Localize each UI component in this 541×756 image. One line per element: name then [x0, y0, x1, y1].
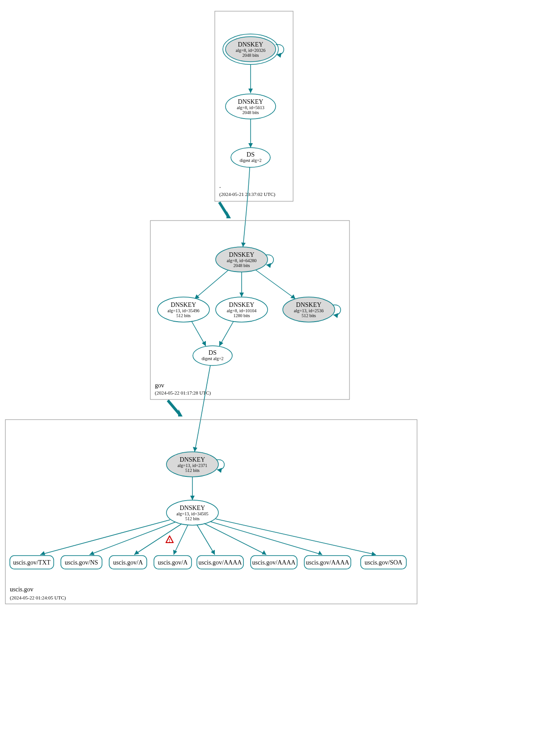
- svg-text:alg=13, id=2371: alg=13, id=2371: [178, 463, 207, 468]
- edge-gov-to-uscis-zone: [168, 400, 180, 415]
- svg-marker-43: [178, 409, 183, 416]
- svg-text:uscis.gov/AAAA: uscis.gov/AAAA: [252, 559, 296, 566]
- svg-text:alg=8, id=64280: alg=8, id=64280: [227, 258, 256, 263]
- rrset-r4: uscis.gov/AAAA: [197, 556, 243, 569]
- zone-root-label: .: [219, 183, 221, 189]
- node-uscis-ksk: DNSKEY alg=13, id=2371 512 bits: [166, 452, 224, 477]
- edge-zsk-to-r4: [197, 525, 215, 555]
- svg-text:DNSKEY: DNSKEY: [229, 251, 255, 258]
- warning-icon: !: [166, 536, 173, 543]
- svg-text:DNSKEY: DNSKEY: [238, 98, 264, 105]
- svg-marker-23: [239, 293, 244, 297]
- svg-text:DS: DS: [209, 349, 217, 356]
- edge-root-ds-to-gov-ksk: [243, 167, 250, 247]
- edge-gov-ksk-to-k3: [256, 270, 295, 299]
- svg-text:512 bits: 512 bits: [185, 516, 200, 521]
- svg-text:512 bits: 512 bits: [185, 468, 200, 473]
- node-root-ksk: DNSKEY alg=8, id=20326 2048 bits: [223, 34, 284, 64]
- svg-text:alg=13, id=2536: alg=13, id=2536: [294, 308, 324, 313]
- svg-marker-11: [248, 143, 253, 148]
- zone-uscis-label: uscis.gov: [10, 586, 34, 593]
- svg-text:uscis.gov/A: uscis.gov/A: [113, 559, 143, 566]
- node-gov-k3: DNSKEY alg=13, id=2536 512 bits: [283, 297, 341, 322]
- rrset-r3: uscis.gov/A: [154, 556, 192, 569]
- svg-text:alg=8, id=20326: alg=8, id=20326: [236, 48, 265, 53]
- node-root-ds: DS digest alg=2: [231, 148, 270, 167]
- svg-text:DNSKEY: DNSKEY: [238, 41, 264, 48]
- svg-text:512 bits: 512 bits: [176, 313, 191, 318]
- svg-text:digest alg=2: digest alg=2: [239, 158, 261, 163]
- svg-text:DNSKEY: DNSKEY: [180, 456, 205, 463]
- zone-uscis-timestamp: (2024-05-22 01:24:05 UTC): [10, 595, 66, 601]
- rrset-r7: uscis.gov/SOA: [361, 556, 406, 569]
- svg-marker-50: [190, 496, 195, 500]
- svg-text:DS: DS: [247, 151, 255, 158]
- svg-marker-49: [217, 468, 222, 473]
- rrset-r1: uscis.gov/NS: [61, 556, 102, 569]
- svg-marker-24: [290, 294, 295, 299]
- svg-text:uscis.gov/AAAA: uscis.gov/AAAA: [306, 559, 350, 566]
- svg-text:2048 bits: 2048 bits: [243, 110, 259, 115]
- svg-marker-59: [211, 550, 215, 555]
- svg-text:digest alg=2: digest alg=2: [201, 356, 223, 361]
- edge-zsk-to-r1: [89, 522, 175, 555]
- node-gov-k2: DNSKEY alg=8, id=10104 1280 bits: [216, 297, 268, 322]
- node-gov-ds: DS digest alg=2: [193, 346, 232, 365]
- node-gov-ksk: DNSKEY alg=8, id=64280 2048 bits: [216, 247, 273, 272]
- svg-text:DNSKEY: DNSKEY: [296, 302, 322, 308]
- svg-text:alg=8, id=5613: alg=8, id=5613: [237, 105, 264, 110]
- edge-zsk-to-r7: [216, 519, 376, 555]
- edge-gov-ds-to-uscis-ksk: [195, 365, 210, 452]
- svg-text:512 bits: 512 bits: [302, 313, 316, 318]
- edge-zsk-to-r3: [174, 525, 188, 555]
- svg-marker-61: [318, 551, 322, 555]
- svg-text:alg=8, id=10104: alg=8, id=10104: [227, 308, 256, 313]
- edge-gov-ksk-to-k1: [195, 270, 228, 299]
- svg-text:alg=13, id=34505: alg=13, id=34505: [176, 511, 208, 516]
- rrset-r0: uscis.gov/TXT: [10, 556, 54, 569]
- node-gov-k1: DNSKEY alg=13, id=35496 512 bits: [158, 297, 209, 322]
- svg-text:DNSKEY: DNSKEY: [171, 302, 196, 308]
- node-root-zsk: DNSKEY alg=8, id=5613 2048 bits: [226, 94, 276, 119]
- edge-zsk-to-r0: [40, 520, 170, 555]
- svg-marker-39: [219, 341, 223, 346]
- svg-marker-55: [40, 551, 45, 555]
- svg-marker-38: [202, 341, 206, 346]
- svg-marker-44: [193, 447, 197, 452]
- svg-text:uscis.gov/AAAA: uscis.gov/AAAA: [199, 559, 243, 566]
- svg-text:uscis.gov/TXT: uscis.gov/TXT: [13, 559, 51, 566]
- zone-gov-label: gov: [155, 382, 164, 389]
- svg-marker-37: [333, 313, 338, 318]
- svg-marker-57: [134, 550, 139, 555]
- edge-zsk-to-r6: [210, 522, 322, 555]
- rrset-r2: uscis.gov/A: [109, 556, 147, 569]
- svg-text:uscis.gov/SOA: uscis.gov/SOA: [365, 559, 403, 566]
- rrset-r5: uscis.gov/AAAA: [251, 556, 297, 569]
- svg-text:alg=13, id=35496: alg=13, id=35496: [167, 308, 199, 313]
- svg-text:uscis.gov/A: uscis.gov/A: [158, 559, 188, 566]
- zone-gov-timestamp: (2024-05-22 01:17:28 UTC): [155, 390, 211, 396]
- svg-text:2048 bits: 2048 bits: [243, 53, 259, 58]
- svg-marker-16: [241, 242, 246, 247]
- svg-marker-6: [248, 89, 253, 93]
- svg-marker-15: [226, 211, 231, 218]
- svg-marker-58: [173, 550, 177, 555]
- svg-text:1280 bits: 1280 bits: [234, 313, 250, 318]
- svg-text:DNSKEY: DNSKEY: [229, 302, 255, 308]
- svg-text:2048 bits: 2048 bits: [234, 263, 250, 268]
- svg-text:uscis.gov/NS: uscis.gov/NS: [65, 559, 98, 566]
- svg-marker-21: [266, 263, 271, 268]
- rrset-r6: uscis.gov/AAAA: [304, 556, 351, 569]
- svg-text:!: !: [169, 538, 170, 543]
- svg-text:DNSKEY: DNSKEY: [180, 505, 205, 511]
